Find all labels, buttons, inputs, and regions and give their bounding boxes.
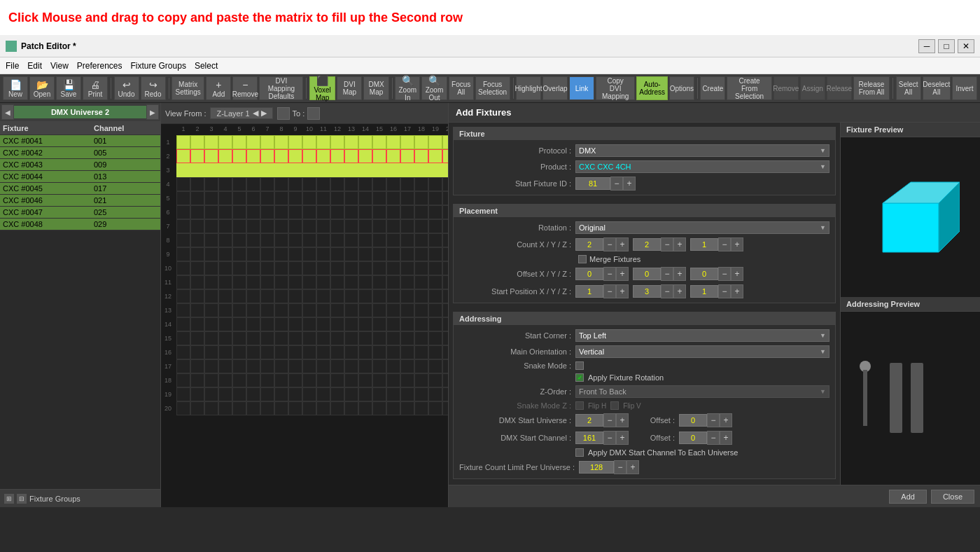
count-z-plus[interactable]: +	[731, 237, 743, 251]
dvi-mapping-button[interactable]: DVI Mapping Defaults	[259, 76, 303, 100]
grid-cell[interactable]	[316, 275, 330, 289]
grid-cell[interactable]	[274, 247, 288, 261]
grid-cell[interactable]	[218, 219, 232, 233]
grid-cell[interactable]	[204, 247, 218, 261]
grid-cell[interactable]	[414, 149, 428, 163]
grid-cell[interactable]	[344, 359, 358, 373]
grid-cell[interactable]	[190, 135, 204, 149]
grid-cell[interactable]	[232, 135, 246, 149]
offset-y-input[interactable]	[633, 268, 661, 280]
grid-cell[interactable]	[232, 233, 246, 247]
grid-cell[interactable]	[428, 387, 442, 401]
link-button[interactable]: Link	[569, 76, 594, 100]
grid-cell[interactable]	[358, 247, 372, 261]
grid-cell[interactable]	[442, 331, 448, 345]
grid-cell[interactable]	[428, 317, 442, 331]
grid-cell[interactable]	[190, 163, 204, 177]
grid-cell[interactable]	[204, 149, 218, 163]
grid-cell[interactable]	[246, 289, 260, 303]
grid-cell[interactable]	[204, 205, 218, 219]
channel-offset-minus[interactable]: −	[707, 431, 720, 445]
dmx-channel-minus[interactable]: −	[603, 431, 616, 445]
grid-cell[interactable]	[302, 149, 316, 163]
grid-cell[interactable]	[400, 177, 414, 191]
grid-cell[interactable]	[302, 233, 316, 247]
grid-cell[interactable]	[260, 359, 274, 373]
zoom-out-button[interactable]: 🔍 Zoom Out	[421, 76, 447, 100]
grid-cell[interactable]	[442, 303, 448, 317]
grid-cell[interactable]	[442, 219, 448, 233]
grid-cell[interactable]	[274, 205, 288, 219]
select-all-button[interactable]: Select All	[896, 76, 921, 100]
grid-cell[interactable]	[288, 163, 302, 177]
grid-cell[interactable]	[302, 219, 316, 233]
grid-cell[interactable]	[316, 149, 330, 163]
grid-cell[interactable]	[302, 387, 316, 401]
grid-cell[interactable]	[400, 359, 414, 373]
fixture-row[interactable]: CXC #0047025	[0, 207, 160, 219]
grid-cell[interactable]	[400, 163, 414, 177]
release-button[interactable]: Release	[827, 76, 852, 100]
start-pos-z-plus[interactable]: +	[731, 284, 743, 298]
grid-cell[interactable]	[386, 401, 400, 415]
grid-cell[interactable]	[204, 345, 218, 359]
grid-cell[interactable]	[218, 289, 232, 303]
grid-cell[interactable]	[204, 387, 218, 401]
grid-cell[interactable]	[386, 373, 400, 387]
focus-selection-button[interactable]: Focus Selection	[475, 76, 510, 100]
grid-cell[interactable]	[246, 359, 260, 373]
grid-cell[interactable]	[190, 205, 204, 219]
grid-cell[interactable]	[344, 247, 358, 261]
grid-cell[interactable]	[218, 345, 232, 359]
universe-offset-minus[interactable]: −	[707, 413, 720, 427]
zoom-in-button[interactable]: 🔍 Zoom In	[395, 76, 420, 100]
grid-cell[interactable]	[274, 149, 288, 163]
grid-cell[interactable]	[232, 359, 246, 373]
matrix-settings-button[interactable]: Matrix Settings	[172, 76, 204, 100]
grid-cell[interactable]	[176, 331, 190, 345]
grid-cell[interactable]	[260, 261, 274, 275]
grid-cell[interactable]	[344, 177, 358, 191]
grid-cell[interactable]	[218, 317, 232, 331]
menu-fixture-groups[interactable]: Fixture Groups	[131, 61, 186, 71]
grid-cell[interactable]	[372, 233, 386, 247]
grid-cell[interactable]	[358, 191, 372, 205]
start-pos-x-minus[interactable]: −	[603, 284, 616, 298]
grid-cell[interactable]	[260, 135, 274, 149]
grid-cell[interactable]	[218, 303, 232, 317]
grid-cell[interactable]	[372, 261, 386, 275]
grid-cell[interactable]	[372, 177, 386, 191]
grid-cell[interactable]	[386, 149, 400, 163]
grid-cell[interactable]	[190, 317, 204, 331]
grid-cell[interactable]	[400, 331, 414, 345]
grid-cell[interactable]	[246, 275, 260, 289]
grid-cell[interactable]	[428, 233, 442, 247]
grid-cell[interactable]	[330, 289, 344, 303]
grid-cell[interactable]	[358, 359, 372, 373]
grid-cell[interactable]	[344, 289, 358, 303]
grid-cell[interactable]	[344, 149, 358, 163]
grid-cell[interactable]	[358, 233, 372, 247]
grid-cell[interactable]	[274, 373, 288, 387]
grid-cell[interactable]	[386, 261, 400, 275]
grid-cell[interactable]	[246, 177, 260, 191]
grid-cell[interactable]	[330, 359, 344, 373]
grid-cell[interactable]	[204, 135, 218, 149]
grid-cell[interactable]	[414, 191, 428, 205]
grid-cell[interactable]	[386, 135, 400, 149]
grid-cell[interactable]	[260, 289, 274, 303]
start-pos-x-plus[interactable]: +	[616, 284, 629, 298]
grid-cell[interactable]	[218, 359, 232, 373]
grid-cell[interactable]	[204, 233, 218, 247]
grid-cell[interactable]	[428, 205, 442, 219]
start-id-plus[interactable]: +	[623, 177, 636, 191]
grid-cell[interactable]	[288, 135, 302, 149]
grid-cell[interactable]	[218, 247, 232, 261]
grid-cell[interactable]	[246, 261, 260, 275]
grid-cell[interactable]	[330, 233, 344, 247]
grid-cell[interactable]	[176, 163, 190, 177]
dmx-map-button[interactable]: DMX Map	[363, 76, 388, 100]
grid-cell[interactable]	[414, 247, 428, 261]
grid-cell[interactable]	[330, 205, 344, 219]
grid-cell[interactable]	[330, 345, 344, 359]
